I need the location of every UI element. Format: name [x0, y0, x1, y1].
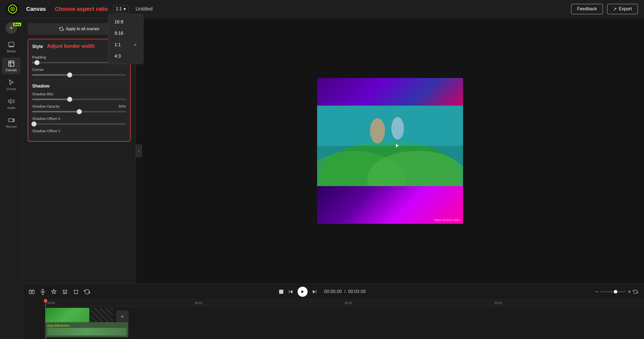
ruler-mark-0: 00:00 — [47, 301, 55, 305]
time-display: 00:00.00 / 00:03.00 — [324, 289, 366, 294]
media-icon — [8, 41, 15, 48]
logo-wrap: Beta — [6, 3, 21, 16]
padding-label: Padding — [32, 55, 46, 59]
shadow-title: Shadow — [32, 83, 126, 89]
canvas-title: Canvas — [26, 6, 46, 12]
reset-zoom-icon — [633, 289, 638, 294]
shadow-offset-y-label: Shadow Offset Y — [32, 129, 60, 133]
aspect-option-label: 16:9 — [115, 19, 123, 25]
audio-track-name: loop-chill-techno — [47, 324, 126, 327]
logo[interactable] — [6, 3, 19, 16]
timeline-zoom: − + — [595, 288, 638, 295]
stop-button[interactable] — [278, 289, 284, 294]
delete-control-button[interactable] — [62, 289, 68, 295]
shadow-offset-x-slider[interactable] — [32, 123, 126, 125]
aspect-option-label: 9:16 — [115, 31, 123, 36]
feedback-button[interactable]: Feedback — [571, 4, 603, 14]
shadow-offset-x-row: Shadow Offset X — [32, 116, 126, 125]
shadow-blur-row: Shadow Blur — [32, 92, 126, 100]
collapse-panel-button[interactable]: ‹ — [136, 145, 142, 157]
shadow-opacity-label: Shadow Opacity — [32, 104, 60, 108]
svg-marker-16 — [290, 290, 292, 293]
export-label: Export — [619, 6, 632, 12]
svg-point-1 — [12, 8, 13, 10]
timeline-ruler: 00:00 00:01 00:02 00:03 — [45, 300, 644, 307]
time-total: 00:03.00 — [348, 289, 366, 294]
zoom-out-button[interactable]: − — [595, 288, 598, 295]
video-container: https://pointa.video — [317, 78, 463, 224]
zoom-thumb — [614, 290, 617, 293]
audio-icon — [8, 98, 15, 105]
video-url: https://pointa.video — [435, 218, 460, 222]
svg-marker-19 — [313, 290, 315, 293]
camera-control-button[interactable] — [29, 289, 35, 295]
mic-control-button[interactable] — [40, 289, 46, 295]
adjust-border-title: Adjust border width — [47, 43, 95, 49]
effects-control-button[interactable] — [51, 289, 57, 295]
aspect-dropdown-menu: 16:9 9:16 1:1 ✓ 4:3 — [108, 14, 143, 64]
shadow-blur-label: Shadow Blur — [32, 92, 54, 96]
aspect-ratio-label: Choose aspect ratio — [55, 6, 108, 12]
camera-icon — [29, 289, 35, 295]
sidebar-item-record[interactable]: Record — [2, 114, 21, 131]
next-button[interactable] — [312, 289, 317, 294]
sidebar-item-label: Cursor — [6, 87, 16, 91]
shadow-offset-x-label: Shadow Offset X — [32, 116, 60, 121]
sidebar-item-label: Record — [6, 125, 17, 129]
timeline-area: 00:00.00 / 00:03.00 − + — [23, 284, 644, 339]
topbar: Beta Canvas Choose aspect ratio 1:1 ▾ Un… — [0, 0, 644, 18]
refresh-control-button[interactable] — [84, 289, 90, 295]
main-layout: + Media Canvas Cursor — [0, 18, 644, 339]
refresh-ctrl-icon — [84, 289, 90, 295]
audio-clip[interactable]: loop-chill-techno — [45, 322, 128, 337]
svg-rect-9 — [317, 106, 463, 146]
aspect-option-16-9[interactable]: 16:9 — [108, 16, 143, 28]
aspect-option-1-1[interactable]: 1:1 ✓ — [108, 39, 143, 51]
left-sidebar: + Media Canvas Cursor — [0, 18, 23, 339]
playback-controls: 00:00.00 / 00:03.00 — [278, 287, 366, 297]
zoom-in-button[interactable]: + — [628, 288, 631, 295]
svg-rect-15 — [279, 289, 283, 294]
reset-zoom-button[interactable] — [633, 289, 638, 294]
sidebar-item-audio[interactable]: Audio — [2, 95, 21, 112]
prev-button[interactable] — [288, 289, 293, 294]
audio-track-label — [23, 327, 45, 339]
ruler-mark-3: 00:03 — [494, 301, 502, 305]
shadow-opacity-slider[interactable] — [32, 111, 126, 112]
add-clip-button[interactable]: + — [116, 310, 129, 323]
export-button[interactable]: ↗ Export — [607, 4, 638, 14]
sidebar-item-cursor[interactable]: Cursor — [2, 76, 21, 93]
play-button[interactable] — [297, 287, 308, 297]
project-title[interactable]: Untitled — [136, 6, 153, 12]
sidebar-item-canvas[interactable]: Canvas — [2, 58, 21, 74]
video-top — [317, 78, 463, 106]
trash-control-button[interactable] — [73, 289, 79, 295]
video-track-label — [23, 307, 45, 327]
zoom-slider[interactable] — [600, 291, 626, 292]
ruler-mark-1: 00:01 — [195, 301, 203, 305]
corner-slider[interactable] — [32, 74, 126, 76]
aspect-option-4-3[interactable]: 4:3 — [108, 51, 143, 62]
next-icon — [312, 289, 317, 294]
aspect-option-9-16[interactable]: 9:16 — [108, 28, 143, 39]
sidebar-item-label: Canvas — [6, 68, 17, 72]
ruler-mark-2: 00:02 — [345, 301, 352, 305]
effects-icon — [51, 289, 57, 295]
sidebar-item-label: Media — [7, 49, 16, 53]
aspect-ratio-value: 1:1 — [116, 6, 122, 12]
aspect-ratio-button[interactable]: Choose aspect ratio — [55, 6, 108, 12]
play-icon — [300, 290, 305, 294]
canvas-icon — [8, 60, 15, 67]
logo-inner — [8, 5, 17, 14]
shadow-blur-slider[interactable] — [32, 99, 126, 100]
sidebar-item-media[interactable]: Media — [2, 39, 21, 56]
section-divider — [32, 80, 126, 80]
trash-icon — [73, 289, 79, 295]
corner-label: Corner — [32, 67, 44, 72]
audio-track-content: loop-chill-techno — [45, 327, 644, 339]
timeline-controls: 00:00.00 / 00:03.00 − + — [23, 284, 644, 300]
topbar-right: Feedback ↗ Export — [571, 4, 638, 14]
aspect-ratio-dropdown-trigger[interactable]: 1:1 ▾ — [113, 5, 129, 13]
stop-icon — [278, 289, 284, 294]
track-area: 00:00 00:01 00:02 00:03 — [23, 300, 644, 339]
